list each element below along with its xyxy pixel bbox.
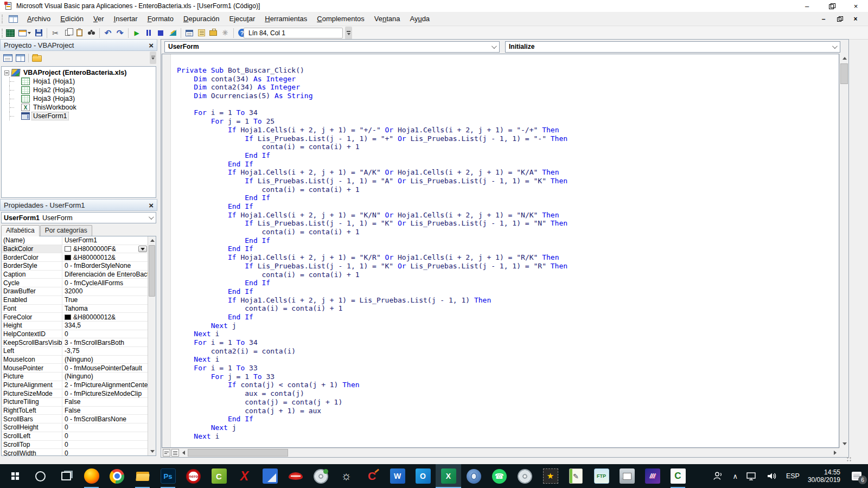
property-row-picture[interactable]: Picture(Ninguno) [2, 373, 148, 381]
taskbar-excel-icon[interactable]: X [436, 464, 461, 488]
property-value[interactable]: &H80000012& [62, 253, 148, 261]
taskbar-word-icon[interactable]: W [385, 464, 410, 488]
property-row-caption[interactable]: CaptionDiferenciación de EnteroBacteria [2, 271, 148, 279]
margin-indicator-bar[interactable] [162, 54, 171, 447]
code-line[interactable]: Private Sub Bot_Buscar_Click() [177, 66, 839, 75]
code-line[interactable]: End If [177, 202, 839, 211]
scroll-up-icon[interactable] [840, 54, 849, 62]
view-code-button[interactable] [3, 54, 12, 62]
code-line[interactable]: End If [177, 245, 839, 253]
undo-button[interactable]: ↶ [102, 28, 114, 38]
code-line[interactable]: Next j [177, 423, 839, 432]
scrollbar-track[interactable] [188, 448, 831, 457]
taskbar-photo-tool-icon[interactable] [614, 464, 640, 488]
full-module-view-button[interactable] [171, 449, 179, 457]
menu-edicion[interactable]: Edición [55, 13, 88, 24]
taskbar-chrome-icon[interactable] [104, 464, 130, 488]
paste-button[interactable] [73, 28, 85, 38]
code-line[interactable]: End If [177, 160, 839, 169]
code-line[interactable]: End If [177, 236, 839, 245]
code-line[interactable]: Next i [177, 432, 839, 441]
property-row-bordercolor[interactable]: BorderColor&H80000012& [2, 253, 148, 262]
code-line[interactable]: conta(i) = conta(i) + 1 [177, 271, 839, 279]
redo-button[interactable]: ↷ [114, 28, 126, 38]
code-line[interactable] [177, 100, 839, 109]
property-value[interactable]: 0 - fmBorderStyleNone [62, 262, 148, 270]
menu-ejecutar[interactable]: Ejecutar [225, 13, 260, 24]
code-line[interactable]: If Lis_Pruebas.List(j - 1, 1) = "A" Or L… [177, 177, 839, 185]
property-row-borderstyle[interactable]: BorderStyle0 - fmBorderStyleNone [2, 262, 148, 271]
property-row-cycle[interactable]: Cycle0 - fmCycleAllForms [2, 279, 148, 287]
mdi-close-button[interactable]: × [851, 15, 860, 23]
property-row-mouseicon[interactable]: MouseIcon(Ninguno) [2, 356, 148, 364]
property-value[interactable]: 3 - fmScrollBarsBoth [62, 338, 148, 346]
code-line[interactable]: If conta(j) < conta(j + 1) Then [177, 381, 839, 389]
break-button[interactable] [143, 28, 155, 38]
collapse-icon[interactable] [4, 70, 9, 75]
mdi-minimize-button[interactable]: – [819, 15, 828, 23]
property-row-name[interactable]: (Name)UserForm1 [2, 236, 148, 245]
code-line[interactable]: For i = 1 To 34 [177, 338, 839, 347]
property-value[interactable]: False [62, 407, 148, 415]
menu-ver[interactable]: Ver [88, 13, 109, 24]
language-indicator[interactable]: ESP [786, 472, 800, 480]
code-line[interactable]: conta(i) = conta(i) + 1 [177, 228, 839, 236]
code-vertical-scrollbar[interactable] [839, 54, 848, 448]
scrollbar-thumb[interactable] [840, 63, 848, 84]
property-row-keepscrollbarsvisible[interactable]: KeepScrollBarsVisible3 - fmScrollBarsBot… [2, 338, 148, 347]
toggle-folders-button[interactable] [32, 55, 42, 62]
property-value[interactable]: 0 - fmPictureSizeModeClip [62, 389, 148, 397]
taskbar-bug-icon[interactable] [461, 464, 487, 488]
property-row-scrollwidth[interactable]: ScrollWidth0 [2, 449, 148, 455]
tree-item-vbaproject[interactable]: VBAProject (EnteroBacteria.xls) [2, 68, 156, 77]
taskbar-camtasia-green-icon[interactable]: C [206, 464, 232, 488]
menu-complementos[interactable]: Complementos [312, 13, 369, 24]
find-button[interactable] [85, 28, 97, 38]
taskbar-scanner-icon[interactable] [257, 464, 283, 488]
code-line[interactable]: If Hoja1.Cells(i + 2, j + 1) = "+/-" Or … [177, 126, 839, 134]
taskbar-movie-star-icon[interactable]: ★ [538, 464, 563, 488]
taskbar-camtasia-white-icon[interactable]: C [665, 464, 691, 488]
code-line[interactable]: conta(j) = conta(j + 1) [177, 398, 839, 407]
object-dropdown[interactable]: UserForm [164, 41, 500, 53]
code-line[interactable]: For j = 1 To 25 [177, 117, 839, 126]
taskbar-ccleaner-icon[interactable]: C [359, 464, 385, 488]
taskbar-nero-icon[interactable]: nero [181, 464, 206, 488]
property-value[interactable]: (Ninguno) [62, 373, 148, 381]
property-value[interactable]: 0 [62, 330, 148, 338]
cut-button[interactable]: ✂ [49, 28, 61, 38]
scroll-up-icon[interactable] [148, 236, 156, 245]
mdi-restore-button[interactable] [837, 16, 842, 21]
property-row-scrolltop[interactable]: ScrollTop0 [2, 441, 148, 450]
menu-ventana[interactable]: Ventana [369, 13, 405, 24]
property-value[interactable]: 2 - fmPictureAlignmentCenter [62, 381, 148, 389]
scroll-right-icon[interactable] [831, 448, 839, 458]
code-line[interactable]: Dim conta(34) As Integer [177, 75, 839, 84]
code-line[interactable]: For j = 1 To 33 [177, 373, 839, 381]
project-panel-close-icon[interactable]: × [149, 41, 154, 49]
property-row-forecolor[interactable]: ForeColor&H80000012& [2, 313, 148, 322]
code-editor-area[interactable]: Private Sub Bot_Buscar_Click() Dim conta… [162, 54, 839, 448]
property-row-drawbuffer[interactable]: DrawBuffer32000 [2, 287, 148, 296]
property-value[interactable]: 0 - fmCycleAllForms [62, 279, 148, 287]
project-panel-header[interactable]: Proyecto - VBAProject × [0, 39, 157, 51]
code-line[interactable]: End If [177, 194, 839, 202]
scroll-left-icon[interactable] [179, 448, 188, 458]
code-line[interactable]: If Hoja1.Cells(i + 2, j + 1) = "K/N" Or … [177, 211, 839, 220]
code-line[interactable]: If Lis_Pruebas.List(j - 1, 1) = "+" Or L… [177, 134, 839, 143]
taskbar-firefox-icon[interactable] [79, 464, 104, 488]
code-line[interactable]: If Hoja1.Cells(i + 2, j + 1) = "A/K" Or … [177, 168, 839, 177]
scrollbar-thumb[interactable] [149, 245, 155, 297]
property-value[interactable]: Diferenciación de EnteroBacteria [62, 271, 148, 279]
copy-button[interactable] [61, 28, 73, 38]
property-row-left[interactable]: Left-3,75 [2, 347, 148, 356]
property-row-font[interactable]: FontTahoma [2, 305, 148, 313]
project-explorer-button[interactable] [183, 28, 195, 38]
tree-item-hoja2[interactable]: Hoja2 (Hoja2) [2, 86, 156, 94]
property-row-picturesizemode[interactable]: PictureSizeMode0 - fmPictureSizeModeClip [2, 389, 148, 398]
property-value[interactable]: Tahoma [62, 305, 148, 313]
save-button[interactable] [33, 28, 44, 38]
taskbar-file-explorer-icon[interactable] [130, 464, 155, 488]
code-line[interactable]: End If [177, 415, 839, 423]
property-row-scrollbars[interactable]: ScrollBars0 - fmScrollBarsNone [2, 415, 148, 423]
